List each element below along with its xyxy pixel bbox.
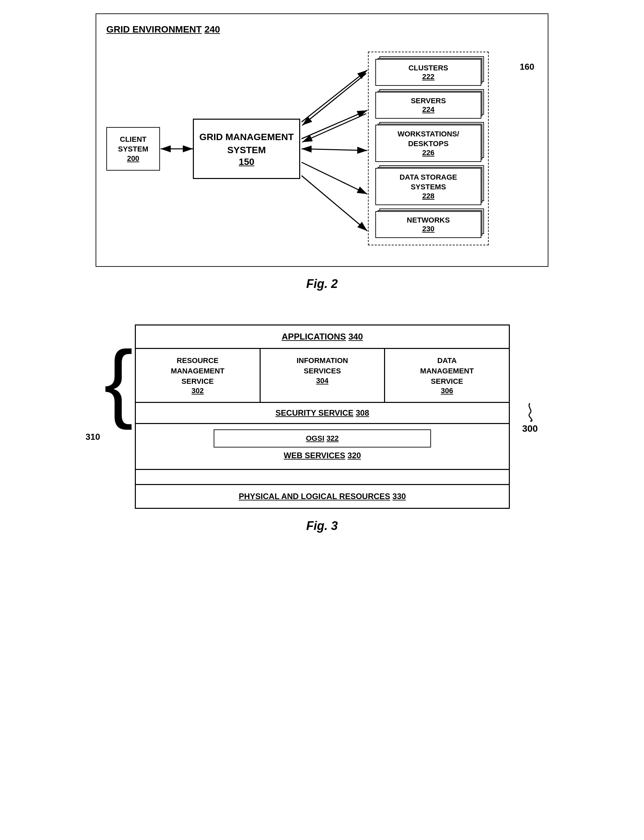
ogsi-box: OGSI 322 <box>214 429 431 447</box>
web-label: WEB SERVICES <box>284 451 345 460</box>
fig3-diagram: 310 { APPLICATIONS 340 RESOURCE MANAGEME… <box>104 324 540 509</box>
svg-line-11 <box>302 114 366 142</box>
security-num: 308 <box>356 408 369 417</box>
three-col-row: RESOURCE MANAGEMENT SERVICE 302 INFORMAT… <box>136 349 509 403</box>
ogsi-num: 322 <box>326 434 339 442</box>
gms-box: GRID MANAGEMENT SYSTEM 150 <box>193 119 300 179</box>
info-col: INFORMATION SERVICES 304 <box>261 349 385 402</box>
brace-310: { <box>104 338 133 425</box>
svg-line-5 <box>302 70 367 122</box>
rms-num: 302 <box>192 386 204 395</box>
separator-row <box>136 470 509 485</box>
rms-col: RESOURCE MANAGEMENT SERVICE 302 <box>136 349 261 402</box>
label-160: 160 <box>520 62 534 72</box>
squiggle-arrow-icon <box>520 401 540 422</box>
applications-row: APPLICATIONS 340 <box>136 326 509 349</box>
security-label: SECURITY SERVICE <box>275 408 353 417</box>
clusters-card: CLUSTERS 222 <box>375 59 481 86</box>
svg-line-9 <box>302 176 367 231</box>
physical-label: PHYSICAL AND LOGICAL RESOURCES <box>239 492 390 501</box>
label-300: 300 <box>522 423 538 434</box>
servers-card: SERVERS 224 <box>375 92 481 119</box>
label-300-area: 300 <box>520 401 540 434</box>
fig2-container: GRID ENVIRONMENT 240 CLIENT SYSTEM 200 <box>87 13 557 291</box>
workstations-card: WORKSTATIONS/ DESKTOPS 226 <box>375 125 481 162</box>
web-num: 320 <box>347 451 361 460</box>
svg-line-8 <box>302 162 367 194</box>
svg-line-6 <box>302 110 367 139</box>
security-row: SECURITY SERVICE 308 <box>136 403 509 424</box>
datastorage-card: DATA STORAGE SYSTEMS 228 <box>375 168 481 205</box>
fig2-label: Fig. 2 <box>306 277 338 291</box>
networks-card: NETWORKS 230 <box>375 211 481 238</box>
physical-row: PHYSICAL AND LOGICAL RESOURCES 330 <box>136 485 509 508</box>
svg-line-7 <box>302 149 367 151</box>
info-num: 304 <box>316 377 329 385</box>
resources-panel: CLUSTERS 222 SERVERS 224 WORKSTATIONS/ D… <box>368 52 489 246</box>
ogsi-web-area: OGSI 322 WEB SERVICES 320 <box>136 424 509 470</box>
gms-num: 150 <box>239 157 255 167</box>
web-services-label: WEB SERVICES 320 <box>281 447 364 463</box>
grid-env-num: 240 <box>204 24 220 34</box>
applications-num: 340 <box>348 331 363 342</box>
svg-line-10 <box>302 74 366 125</box>
client-system-box: CLIENT SYSTEM 200 <box>106 127 160 170</box>
client-system-label: CLIENT SYSTEM <box>118 135 148 154</box>
applications-label: APPLICATIONS <box>282 331 346 342</box>
fig3-label: Fig. 3 <box>306 519 338 533</box>
fig3-container: 310 { APPLICATIONS 340 RESOURCE MANAGEME… <box>87 324 557 533</box>
fig3-box: APPLICATIONS 340 RESOURCE MANAGEMENT SER… <box>135 324 510 509</box>
dms-col: DATA MANAGEMENT SERVICE 306 <box>385 349 509 402</box>
grid-environment-box: GRID ENVIRONMENT 240 CLIENT SYSTEM 200 <box>95 13 549 267</box>
dms-num: 306 <box>441 386 453 395</box>
label-310: 310 <box>85 432 100 442</box>
physical-num: 330 <box>393 492 406 501</box>
grid-env-text: GRID ENVIRONMENT <box>106 24 202 34</box>
ogsi-label: OGSI <box>306 434 324 442</box>
grid-env-label: GRID ENVIRONMENT 240 <box>106 24 538 35</box>
client-system-num: 200 <box>127 154 140 163</box>
